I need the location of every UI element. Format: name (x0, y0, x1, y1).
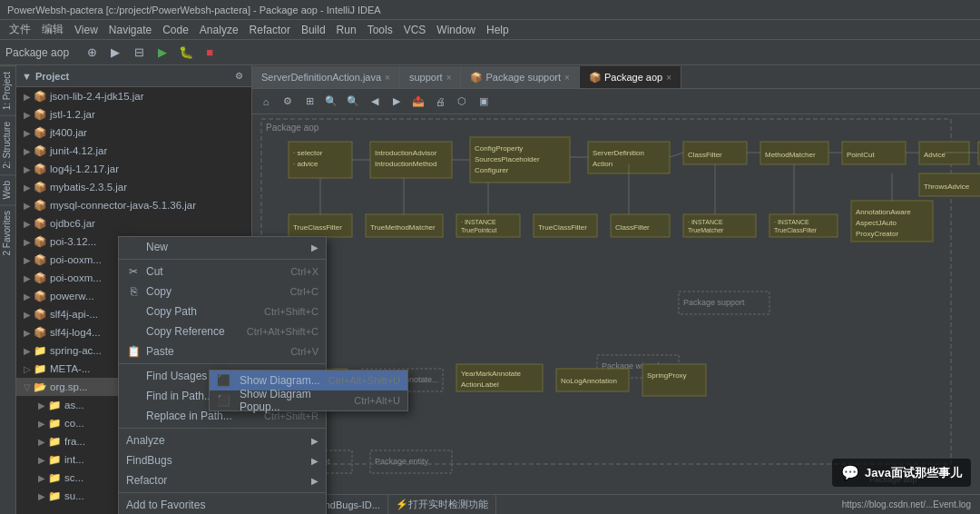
side-tab-structure[interactable]: 2: Structure (0, 115, 15, 174)
menu-build[interactable]: Build (296, 24, 331, 36)
ctx-new[interactable]: New ▶ (119, 237, 326, 257)
tree-label: poi-3.12... (50, 236, 96, 247)
diag-btn-group[interactable]: ▣ (474, 92, 494, 112)
tree-arrow: ▶ (24, 328, 31, 338)
jar-icon: 📦 (34, 235, 46, 248)
tree-arrow: ▶ (38, 437, 45, 447)
diag-btn-home[interactable]: ⌂ (256, 92, 276, 112)
ctx-copy[interactable]: ⎘Copy Ctrl+C (119, 282, 326, 301)
tab-package-aop[interactable]: 📦 Package aop × (580, 66, 681, 88)
menu-refactor[interactable]: Refactor (244, 24, 296, 36)
side-tab-web[interactable]: Web (0, 174, 15, 204)
diag-btn-export[interactable]: 📤 (408, 92, 428, 112)
diag-btn-fit[interactable]: ⊞ (299, 92, 319, 112)
side-tab-project[interactable]: 1: Project (0, 65, 15, 115)
svg-text:IntroductionAdvisor: IntroductionAdvisor (375, 149, 437, 157)
toolbar-btn-stop[interactable]: ■ (200, 43, 220, 63)
ctx-paste[interactable]: 📋Paste Ctrl+V (119, 341, 326, 361)
tree-arrow: ▶ (38, 491, 45, 501)
folder-icon: 📁 (48, 453, 61, 466)
tree-arrow: ▶ (24, 237, 31, 247)
svg-text:Package entity: Package entity (375, 457, 429, 466)
menu-navigate[interactable]: Navigate (103, 24, 157, 36)
tree-item-ojdbc[interactable]: ▶ 📦 ojdbc6.jar (16, 214, 251, 232)
svg-text:ClassFilter: ClassFilter (615, 223, 650, 232)
tree-item-mybatis[interactable]: ▶ 📦 mybatis-2.3.5.jar (16, 178, 251, 196)
tree-arrow: ▶ (24, 310, 31, 320)
tab-server-definition[interactable]: ServerDefinitionAction.java × (252, 66, 400, 88)
side-tab-favorites[interactable]: 2 Favorites (0, 204, 15, 261)
menu-edit[interactable]: 编辑 (36, 22, 69, 37)
tree-label: mybatis-2.3.5.jar (50, 182, 127, 193)
tab-server-close[interactable]: × (385, 73, 390, 83)
svg-rect-47 (683, 214, 756, 237)
tree-label: log4j-1.2.17.jar (50, 163, 119, 174)
menu-window[interactable]: Window (431, 24, 481, 36)
tab-package-support[interactable]: 📦 Package support × (461, 66, 579, 88)
diag-btn-layout[interactable]: ⬡ (452, 92, 472, 112)
svg-text:AspectJAuto: AspectJAuto (856, 219, 897, 227)
svg-text:TrueMethodMatcher: TrueMethodMatcher (370, 223, 436, 232)
tab-pkg-support-close[interactable]: × (564, 73, 570, 83)
diag-btn-settings[interactable]: ⚙ (278, 92, 298, 112)
ctx-analyze[interactable]: Analyze ▶ (119, 430, 326, 450)
toolbar-btn-1[interactable]: ⊕ (82, 43, 102, 63)
tree-label: slf4j-api-... (50, 309, 98, 320)
toolbar-btn-run[interactable]: ▶ (152, 43, 172, 63)
toolbar-btn-3[interactable]: ⊟ (129, 43, 149, 63)
tree-arrow: ▶ (24, 201, 31, 211)
menu-bar: 文件 编辑 View Navigate Code Analyze Refacto… (0, 20, 980, 40)
tree-item-jt400[interactable]: ▶ 📦 jt400.jar (16, 124, 251, 142)
title-text: PowerWebsh-pactera [c:/project/PowerWebs… (7, 5, 381, 15)
diag-btn-prev[interactable]: ◀ (365, 92, 385, 112)
menu-view[interactable]: View (69, 24, 103, 36)
diag-btn-next[interactable]: ▶ (387, 92, 407, 112)
toolbar-btn-2[interactable]: ▶ (105, 43, 125, 63)
tree-item-mysql[interactable]: ▶ 📦 mysql-connector-java-5.1.36.jar (16, 196, 251, 214)
menu-run[interactable]: Run (331, 24, 362, 36)
tree-item-log4j[interactable]: ▶ 📦 log4j-1.2.17.jar (16, 160, 251, 178)
menu-vcs[interactable]: VCS (398, 24, 432, 36)
tree-item-json-lib[interactable]: ▶ 📦 json-lib-2.4-jdk15.jar (16, 87, 251, 105)
url-text: https://blog.csdn.net/...Event.log (842, 499, 971, 509)
tree-arrow: ▶ (24, 110, 31, 120)
menu-file[interactable]: 文件 (4, 22, 36, 37)
realtime-icon: ⚡ (396, 499, 408, 510)
tab-support[interactable]: support × (400, 66, 462, 88)
toolbar-btn-debug[interactable]: 🐛 (176, 43, 196, 63)
diagram-canvas[interactable]: Package aop Package target Package entit… (252, 114, 980, 494)
tree-label: META-... (50, 363, 91, 374)
tab-server-label: ServerDefinitionAction.java (261, 72, 381, 83)
tab-support-close[interactable]: × (446, 73, 452, 83)
submenu-show-diagram-popup[interactable]: ⬛Show Diagram Popup... Ctrl+Alt+U (210, 390, 407, 410)
tree-label: mysql-connector-java-5.1.36.jar (50, 200, 196, 211)
jar-icon: 📦 (34, 144, 46, 157)
ctx-copy-path[interactable]: Copy Path Ctrl+Shift+C (119, 301, 326, 321)
diag-btn-zoomin[interactable]: 🔍 (321, 92, 341, 112)
ctx-cut[interactable]: ✂Cut Ctrl+X (119, 262, 326, 282)
menu-tools[interactable]: Tools (362, 24, 398, 36)
ctx-copy-reference[interactable]: Copy Reference Ctrl+Alt+Shift+C (119, 321, 326, 341)
tree-arrow: ▶ (24, 219, 31, 229)
diag-btn-zoomout[interactable]: 🔍 (343, 92, 363, 112)
ctx-add-favorites[interactable]: Add to Favorites (119, 495, 326, 514)
paste-icon: 📋 (126, 345, 141, 358)
svg-text:MethodMatcher: MethodMatcher (765, 151, 816, 159)
svg-text:Package support: Package support (683, 298, 745, 307)
tree-label: spring-ac... (50, 345, 102, 356)
ctx-refactor[interactable]: Refactor ▶ (119, 470, 326, 490)
project-settings-btn[interactable]: ⚙ (231, 69, 246, 84)
diag-btn-print[interactable]: 🖨 (430, 92, 450, 112)
tab-pkg-aop-close[interactable]: × (666, 73, 671, 83)
ctx-findbugs[interactable]: FindBugs ▶ (119, 450, 326, 470)
tree-item-jstl[interactable]: ▶ 📦 jstl-1.2.jar (16, 105, 251, 124)
svg-text:· selector: · selector (293, 149, 323, 157)
bottom-tab-realtime[interactable]: ⚡ 打开实时检测功能 (388, 495, 496, 515)
menu-analyze[interactable]: Analyze (194, 24, 244, 36)
jar-icon: 📦 (34, 290, 46, 302)
menu-code[interactable]: Code (157, 24, 194, 36)
jar-icon: 📦 (34, 163, 46, 175)
jar-icon: 📦 (34, 253, 46, 266)
tree-item-junit[interactable]: ▶ 📦 junit-4.12.jar (16, 142, 251, 160)
menu-help[interactable]: Help (481, 24, 514, 36)
